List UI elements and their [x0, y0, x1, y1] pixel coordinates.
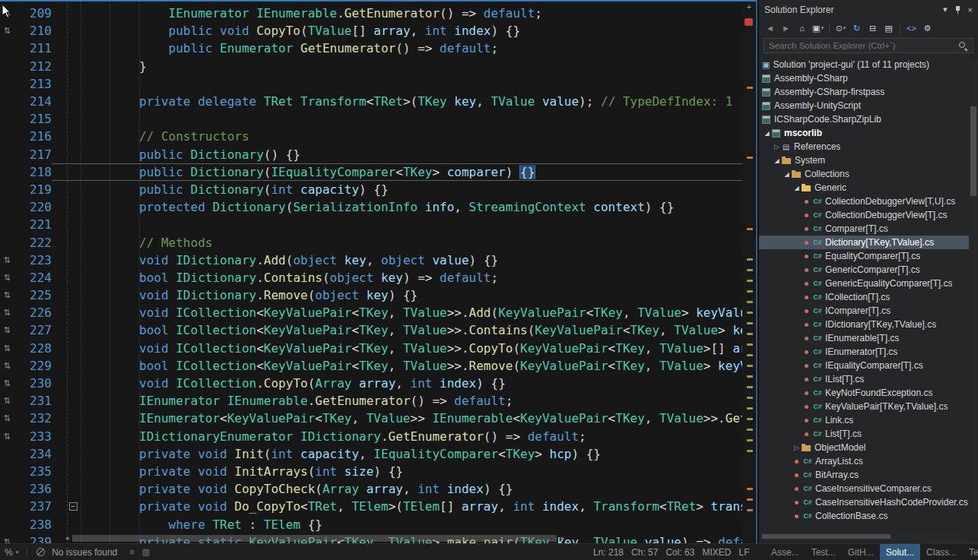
- tree-item[interactable]: ◢mscorlib: [759, 126, 969, 140]
- reference-arrows-icon[interactable]: ⇅: [0, 361, 14, 371]
- code-text[interactable]: IEnumerator IEnumerable.GetEnumerator() …: [81, 6, 742, 21]
- code-text[interactable]: void ICollection<KeyValuePair<TKey, TVal…: [81, 305, 742, 320]
- line-body[interactable]: public Dictionary(IEqualityComparer<TKey…: [52, 163, 742, 181]
- line-body[interactable]: − private void Do_CopyTo<TRet, TElem>(TE…: [52, 498, 742, 515]
- tree-item[interactable]: C#List[T].cs: [759, 427, 969, 441]
- view-code-icon[interactable]: <>: [904, 21, 919, 35]
- tree-item[interactable]: ◢System: [759, 153, 969, 167]
- code-text[interactable]: public Dictionary(IEqualityComparer<TKey…: [81, 165, 742, 179]
- line-number[interactable]: 221: [14, 217, 52, 232]
- fold-collapse-icon[interactable]: −: [65, 502, 81, 511]
- code-line[interactable]: ⇅223 void IDictionary.Add(object key, ob…: [0, 252, 742, 269]
- line-number[interactable]: 214: [14, 94, 52, 109]
- panel-icon[interactable]: ▥: [142, 547, 150, 556]
- tree-item[interactable]: C#CaseInsensitiveHashCodeProvider.cs: [759, 495, 969, 509]
- line-number[interactable]: 227: [14, 323, 52, 337]
- code-line[interactable]: 214 private delegate TRet Transform<TRet…: [0, 93, 742, 110]
- line-number[interactable]: 225: [14, 288, 52, 302]
- code-line[interactable]: 218 public Dictionary(IEqualityComparer<…: [0, 163, 742, 181]
- tree-horizontal-scrollbar[interactable]: [760, 533, 967, 540]
- code-line[interactable]: ⇅233 IDictionaryEnumerator IDictionary.G…: [0, 428, 742, 445]
- code-line[interactable]: ⇅209 IEnumerator IEnumerable.GetEnumerat…: [0, 5, 742, 22]
- line-body[interactable]: public Enumerator GetEnumerator() => def…: [52, 40, 742, 57]
- line-number[interactable]: 229: [14, 359, 52, 373]
- line-body[interactable]: void IDictionary.Remove(object key) {}: [52, 286, 742, 304]
- tree-item[interactable]: C#CollectionBase.cs: [759, 509, 969, 523]
- tool-window-tab[interactable]: Class...: [920, 544, 963, 560]
- line-number[interactable]: 215: [14, 112, 52, 126]
- line-indicator[interactable]: Ln: 218: [593, 547, 624, 558]
- line-number[interactable]: 226: [14, 305, 52, 320]
- code-line[interactable]: 211 public Enumerator GetEnumerator() =>…: [0, 40, 742, 57]
- tree-item[interactable]: C#KeyNotFoundException.cs: [759, 386, 969, 400]
- line-body[interactable]: public Dictionary() {}: [52, 146, 742, 163]
- line-body[interactable]: where TRet : TElem {}: [52, 515, 742, 533]
- line-body[interactable]: private void Init(int capacity, IEqualit…: [52, 445, 742, 463]
- code-text[interactable]: }: [81, 59, 742, 74]
- code-text[interactable]: private void CopyToCheck(Array array, in…: [81, 482, 742, 496]
- tree-item[interactable]: ◢Collections: [759, 167, 969, 181]
- code-text[interactable]: IEnumerator IEnumerable.GetEnumerator() …: [81, 394, 742, 408]
- editor-horizontal-scrollbar[interactable]: ◄ ►: [62, 533, 566, 543]
- reference-arrows-icon[interactable]: ⇅: [0, 396, 14, 406]
- line-number[interactable]: 220: [14, 200, 52, 214]
- code-line[interactable]: 238 where TRet : TElem {}: [0, 515, 742, 533]
- tree-item[interactable]: C#IEnumerator[T].cs: [759, 345, 969, 359]
- code-line[interactable]: 221: [0, 216, 742, 233]
- tree-item[interactable]: C#CaseInsensitiveComparer.cs: [759, 482, 969, 495]
- code-text[interactable]: void IDictionary.Add(object key, object …: [81, 253, 742, 267]
- line-body[interactable]: // Constructors: [52, 128, 742, 145]
- code-line[interactable]: ⇅232 IEnumerator<KeyValuePair<TKey, TVal…: [0, 410, 742, 427]
- code-line[interactable]: ⇅210 public void CopyTo(TValue[] array, …: [0, 22, 742, 40]
- code-text[interactable]: public Dictionary(int capacity) {}: [81, 182, 742, 197]
- collapse-all-icon[interactable]: ⊟: [865, 21, 880, 35]
- tree-item[interactable]: Assembly-CSharp: [759, 71, 969, 85]
- reference-arrows-icon[interactable]: ⇅: [0, 537, 14, 543]
- hscroll-thumb[interactable]: [72, 535, 557, 542]
- issues-message[interactable]: No issues found: [52, 547, 117, 558]
- tree-item[interactable]: C#GenericEqualityComparer[T].cs: [759, 277, 969, 290]
- code-line[interactable]: ⇅225 void IDictionary.Remove(object key)…: [0, 286, 742, 304]
- code-text[interactable]: private delegate TRet Transform<TRet>(TK…: [81, 94, 742, 109]
- forward-icon[interactable]: ►: [779, 21, 793, 35]
- tree-item[interactable]: ▷▤References: [759, 140, 969, 153]
- solution-explorer-titlebar[interactable]: Solution Explorer ▾ ×: [759, 0, 978, 19]
- tool-window-tab[interactable]: GitH...: [842, 544, 880, 560]
- scroll-right-icon[interactable]: ►: [560, 535, 566, 542]
- line-number[interactable]: 213: [14, 77, 52, 91]
- line-number[interactable]: 218: [14, 165, 52, 179]
- reference-arrows-icon[interactable]: ⇅: [0, 308, 14, 318]
- code-line[interactable]: 220 protected Dictionary(SerializationIn…: [0, 198, 742, 216]
- code-line[interactable]: ⇅226 void ICollection<KeyValuePair<TKey,…: [0, 304, 742, 321]
- code-text[interactable]: private void InitArrays(int size) {}: [81, 464, 742, 479]
- code-text[interactable]: void IDictionary.Remove(object key) {}: [81, 288, 742, 302]
- tree-item[interactable]: C#Link.cs: [759, 413, 969, 427]
- chevron-collapsed-icon[interactable]: ▷: [792, 444, 802, 451]
- line-number[interactable]: 224: [14, 271, 52, 285]
- close-icon[interactable]: ×: [968, 5, 973, 14]
- reference-arrows-icon[interactable]: ⇅: [0, 290, 14, 300]
- code-line[interactable]: 235 private void InitArrays(int size) {}: [0, 463, 742, 480]
- code-line[interactable]: 237− private void Do_CopyTo<TRet, TElem>…: [0, 498, 742, 515]
- code-text[interactable]: public void CopyTo(TValue[] array, int i…: [81, 24, 742, 38]
- reference-arrows-icon[interactable]: ⇅: [0, 378, 14, 388]
- line-body[interactable]: private delegate TRet Transform<TRet>(TK…: [52, 93, 742, 110]
- code-line[interactable]: 234 private void Init(int capacity, IEqu…: [0, 445, 742, 463]
- code-line[interactable]: ⇅231 IEnumerator IEnumerable.GetEnumerat…: [0, 392, 742, 410]
- chevron-expanded-icon[interactable]: ◢: [792, 185, 802, 191]
- tree-item[interactable]: C#EqualityComparer[T].cs: [759, 249, 969, 263]
- vscroll-thumb[interactable]: [970, 106, 976, 196]
- tree-item[interactable]: Assembly-CSharp-firstpass: [759, 85, 969, 99]
- code-line[interactable]: 222 // Methods: [0, 233, 742, 251]
- line-number[interactable]: 236: [14, 482, 52, 496]
- zoom-control[interactable]: %: [5, 547, 13, 558]
- tree-item[interactable]: C#BitArray.cs: [759, 468, 969, 482]
- scroll-left-icon[interactable]: ◄: [64, 535, 70, 542]
- tree-item[interactable]: ▣Solution 'project-gui' (11 of 11 projec…: [759, 58, 969, 71]
- line-body[interactable]: private void InitArrays(int size) {}: [52, 463, 742, 480]
- line-number[interactable]: 234: [14, 447, 52, 461]
- line-body[interactable]: private void CopyToCheck(Array array, in…: [52, 480, 742, 498]
- hscroll-thumb[interactable]: [762, 534, 891, 539]
- line-number[interactable]: 217: [14, 147, 52, 162]
- line-body[interactable]: [52, 75, 742, 93]
